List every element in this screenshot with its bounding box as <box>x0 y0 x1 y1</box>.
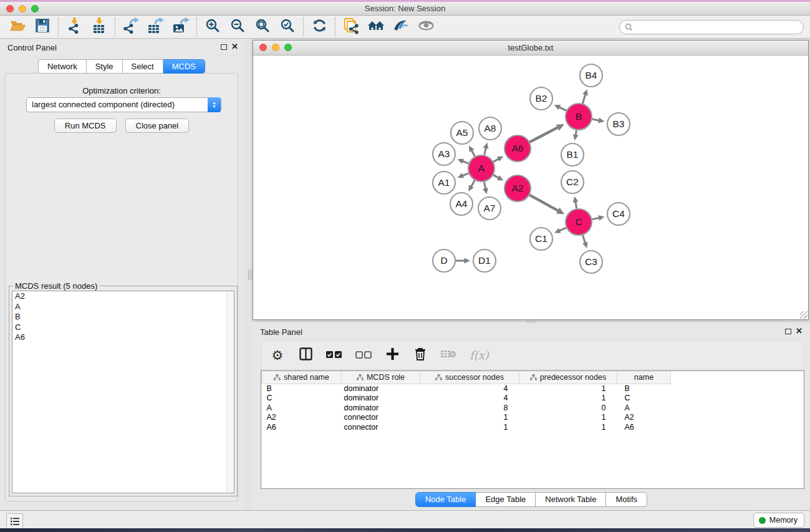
dropdown-stepper-icon[interactable]: ▲▼ <box>208 97 221 112</box>
table-float-panel-icon[interactable] <box>785 329 791 334</box>
edge-C-C1[interactable] <box>559 228 566 231</box>
cell-successor-nodes[interactable]: 8 <box>420 403 519 413</box>
cell-MCDS-role[interactable]: dominator <box>342 394 420 404</box>
cell-successor-nodes[interactable]: 4 <box>420 394 519 404</box>
network-from-selection-button[interactable] <box>339 17 364 37</box>
export-network-button[interactable] <box>118 17 143 37</box>
criterion-dropdown[interactable]: largest connected component (directed) ▲… <box>26 97 221 112</box>
column-header-successor-nodes[interactable]: successor nodes <box>420 371 519 384</box>
cell-predecessor-nodes[interactable]: 0 <box>519 403 617 413</box>
tab-mcds[interactable]: MCDS <box>163 59 205 74</box>
table-options-gear-button[interactable]: ⚙ <box>270 346 285 365</box>
mcds-result-item[interactable]: C <box>12 322 234 333</box>
mcds-result-item[interactable]: A <box>12 302 234 312</box>
edge-A-A3[interactable] <box>462 161 468 163</box>
search-input[interactable] <box>636 22 803 32</box>
cell-name[interactable]: B <box>617 384 671 394</box>
open-file-button[interactable] <box>5 17 30 37</box>
edge-A2-C[interactable] <box>529 195 558 211</box>
cell-name[interactable]: C <box>617 394 671 404</box>
zoom-out-button[interactable] <box>225 17 250 37</box>
cell-shared-name[interactable]: A <box>262 403 342 413</box>
edge-B-B2[interactable] <box>559 107 566 111</box>
column-header-shared-name[interactable]: shared name <box>262 371 342 384</box>
show-graphics-details-button[interactable] <box>413 17 438 37</box>
tab-style[interactable]: Style <box>87 59 123 74</box>
edge-A-A8[interactable] <box>485 148 486 155</box>
zoom-fit-button[interactable] <box>250 17 275 37</box>
float-panel-icon[interactable] <box>221 44 227 50</box>
edge-A-A5[interactable] <box>471 150 475 157</box>
cell-MCDS-role[interactable]: connector <box>342 413 420 423</box>
table-row[interactable]: Cdominator41C <box>262 394 804 404</box>
edge-A-A2[interactable] <box>493 175 499 178</box>
cell-shared-name[interactable]: B <box>262 384 342 394</box>
resize-corner-handle[interactable] <box>800 311 808 319</box>
refresh-view-button[interactable] <box>307 17 332 37</box>
tab-network-table[interactable]: Network Table <box>536 492 606 507</box>
export-table-button[interactable] <box>143 17 168 37</box>
edge-B-B4[interactable] <box>582 94 585 104</box>
search-box[interactable] <box>619 20 804 34</box>
column-header-predecessor-nodes[interactable]: predecessor nodes <box>519 371 617 384</box>
mcds-result-item[interactable]: A6 <box>12 332 234 343</box>
show-column-button[interactable] <box>298 346 313 365</box>
network-window-titlebar[interactable]: testGlobe.txt <box>253 41 808 56</box>
tab-select[interactable]: Select <box>123 59 163 74</box>
add-column-button[interactable] <box>385 346 400 365</box>
cell-name[interactable]: A <box>617 403 671 413</box>
cell-successor-nodes[interactable]: 4 <box>420 384 519 394</box>
cell-predecessor-nodes[interactable]: 1 <box>519 422 617 432</box>
tab-network[interactable]: Network <box>38 59 87 74</box>
table-row[interactable]: A6connector11A6 <box>262 422 804 432</box>
cell-name[interactable]: A2 <box>617 413 671 423</box>
mcds-result-item[interactable]: A2 <box>12 291 234 302</box>
table-row[interactable]: A2connector11A2 <box>262 413 804 423</box>
cell-shared-name[interactable]: C <box>262 394 342 404</box>
task-history-button[interactable] <box>6 513 23 530</box>
table-row[interactable]: Bdominator41B <box>262 384 804 394</box>
cell-MCDS-role[interactable]: dominator <box>342 403 420 413</box>
cell-name[interactable]: A6 <box>617 422 671 432</box>
vertical-splitter-handle[interactable] <box>248 270 253 280</box>
table-close-panel-icon[interactable]: ✕ <box>796 326 803 336</box>
close-panel-button[interactable]: Close panel <box>125 118 190 133</box>
close-panel-icon[interactable]: ✕ <box>231 42 238 51</box>
mcds-list-scrollbar[interactable] <box>226 291 234 493</box>
cell-shared-name[interactable]: A6 <box>262 422 342 432</box>
edge-A-A7[interactable] <box>484 182 485 190</box>
zoom-selected-button[interactable] <box>275 17 300 37</box>
run-mcds-button[interactable]: Run MCDS <box>54 118 117 133</box>
cell-successor-nodes[interactable]: 1 <box>420 413 519 423</box>
zoom-in-button[interactable] <box>200 17 225 37</box>
tab-node-table[interactable]: Node Table <box>415 492 476 507</box>
export-image-button[interactable] <box>168 17 193 37</box>
edge-A-A1[interactable] <box>462 173 468 176</box>
edge-A6-B[interactable] <box>530 127 559 142</box>
cell-shared-name[interactable]: A2 <box>262 413 342 423</box>
cell-predecessor-nodes[interactable]: 1 <box>519 384 617 394</box>
select-all-columns-button[interactable] <box>326 346 342 365</box>
edge-A-A6[interactable] <box>493 159 499 162</box>
cell-predecessor-nodes[interactable]: 1 <box>519 413 617 423</box>
memory-button[interactable]: Memory <box>753 513 804 528</box>
import-network-button[interactable] <box>62 17 87 37</box>
cell-predecessor-nodes[interactable]: 1 <box>519 394 617 404</box>
tab-edge-table[interactable]: Edge Table <box>476 492 536 507</box>
mcds-result-list[interactable]: A2ABCA6 <box>12 291 234 493</box>
unselect-all-columns-button[interactable] <box>355 346 372 365</box>
column-header-name[interactable]: name <box>617 371 671 384</box>
network-graph[interactable]: B4B2BB3A5A8A6A3B1AA1C2A2A4A7C4CC1DD1C3 <box>253 56 808 319</box>
edge-C-C4[interactable] <box>592 218 600 219</box>
import-table-button[interactable] <box>87 17 112 37</box>
node-table-container[interactable]: shared nameMCDS rolesuccessor nodesprede… <box>261 370 804 489</box>
home-views-button[interactable] <box>364 17 388 37</box>
table-row[interactable]: Adominator80A <box>262 403 804 413</box>
edge-C-C2[interactable] <box>576 201 577 208</box>
table-header-row[interactable]: shared nameMCDS rolesuccessor nodesprede… <box>262 371 804 384</box>
edge-C-C3[interactable] <box>583 235 586 243</box>
edge-B-B1[interactable] <box>576 130 576 135</box>
delete-column-button[interactable] <box>413 346 428 365</box>
cell-MCDS-role[interactable]: dominator <box>342 384 420 394</box>
column-header-MCDS-role[interactable]: MCDS role <box>342 371 420 384</box>
